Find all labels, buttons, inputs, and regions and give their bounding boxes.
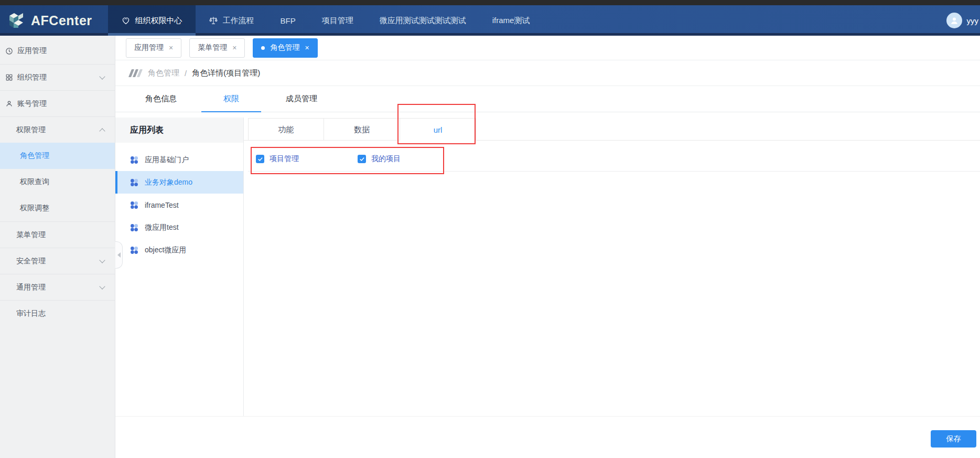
url-permission-row: 项目管理 我的项目 — [248, 147, 980, 172]
topnav-item-project-mgmt[interactable]: 项目管理 — [309, 5, 367, 36]
sidebar-label: 审计日志 — [16, 309, 46, 318]
open-tabs-bar: 应用管理 × 菜单管理 × 角色管理 × — [115, 36, 980, 60]
sidebar-item-menu-mgmt[interactable]: 菜单管理 — [0, 221, 115, 248]
brand-name: AFCenter — [31, 13, 92, 28]
sidebar-label: 权限查询 — [20, 177, 49, 187]
save-button[interactable]: 保存 — [931, 430, 976, 448]
topnav-item-iframe-test[interactable]: iframe测试 — [479, 5, 543, 36]
open-tab-label: 角色管理 — [270, 43, 299, 52]
sidebar-item-app-mgmt[interactable]: 应用管理 — [0, 38, 115, 64]
app-item-base-portal[interactable]: 应用基础门户 — [115, 148, 243, 171]
brand: AFCenter — [0, 5, 108, 36]
app-item-iframe-test[interactable]: iframeTest — [115, 194, 243, 216]
main-panel: 应用列表 应用基础门户 业务对象demo — [115, 118, 980, 416]
topnav-label: 组织权限中心 — [135, 16, 182, 26]
sidebar-label: 权限调整 — [20, 204, 49, 213]
collapse-left-icon — [117, 252, 121, 258]
breadcrumb: 角色管理 / 角色详情(项目管理) — [115, 60, 980, 86]
app-grid-icon — [130, 223, 138, 232]
topnav-label: 微应用测试测试测试测试 — [380, 16, 466, 26]
sidebar-label: 安全管理 — [16, 257, 46, 266]
tab-data-perm[interactable]: 数据 — [324, 118, 400, 141]
app-item-label: iframeTest — [145, 201, 179, 209]
checkbox-checked-icon[interactable] — [256, 155, 264, 163]
sidebar-item-general-mgmt[interactable]: 通用管理 — [0, 274, 115, 300]
close-icon[interactable]: × — [232, 44, 236, 52]
checkbox-label: 我的项目 — [371, 154, 401, 164]
app-item-object-microapp[interactable]: object微应用 — [115, 239, 243, 261]
sidebar-item-role-mgmt[interactable]: 角色管理 — [0, 143, 115, 169]
tab-role-info[interactable]: 角色信息 — [129, 86, 193, 112]
detail-tabs: 角色信息 权限 成员管理 — [115, 86, 980, 112]
clock-icon — [5, 47, 13, 55]
topnav-label: BFP — [281, 16, 296, 25]
active-dot-icon — [261, 46, 265, 50]
sidebar-label: 权限管理 — [16, 125, 46, 135]
app-grid-icon — [130, 246, 138, 254]
topnav-item-bfp[interactable]: BFP — [267, 5, 309, 36]
open-tab-app-mgmt[interactable]: 应用管理 × — [126, 38, 181, 58]
app-item-label: object微应用 — [145, 246, 186, 255]
app-item-label: 业务对象demo — [145, 178, 192, 187]
app-item-label: 微应用test — [145, 223, 179, 232]
scales-icon — [209, 16, 218, 25]
sidebar-label: 账号管理 — [17, 99, 47, 109]
tab-permissions[interactable]: 权限 — [199, 86, 263, 112]
sidebar-item-perm-query[interactable]: 权限查询 — [0, 169, 115, 195]
topnav-item-workflow[interactable]: 工作流程 — [196, 5, 267, 36]
content-area: 应用管理 × 菜单管理 × 角色管理 × 角色管理 / 角色详情(项目管理) 角… — [115, 36, 980, 458]
topnav-label: iframe测试 — [492, 16, 530, 26]
breadcrumb-current: 角色详情(项目管理) — [192, 68, 260, 78]
sidebar-collapse-handle[interactable] — [115, 241, 123, 269]
close-icon[interactable]: × — [305, 44, 309, 52]
app-item-microapp-test[interactable]: 微应用test — [115, 216, 243, 239]
open-tab-menu-mgmt[interactable]: 菜单管理 × — [189, 38, 245, 58]
sidebar-item-perm-adjust[interactable]: 权限调整 — [0, 195, 115, 221]
breadcrumb-bars-icon — [130, 69, 141, 77]
tab-url-perm[interactable]: url — [400, 118, 476, 141]
close-icon[interactable]: × — [169, 44, 173, 52]
app-list: 应用基础门户 业务对象demo iframeTest — [115, 143, 243, 261]
username: yyy — [967, 16, 979, 25]
org-icon — [5, 73, 13, 81]
sidebar-item-perm-mgmt[interactable]: 权限管理 — [0, 116, 115, 143]
chevron-down-icon — [99, 283, 105, 289]
checkbox-label: 项目管理 — [270, 154, 299, 164]
sidebar-label: 菜单管理 — [16, 230, 46, 240]
app-item-business-object-demo[interactable]: 业务对象demo — [115, 171, 243, 194]
window-top-strip — [0, 0, 980, 5]
topnav-items: 组织权限中心 工作流程 BFP 项目管理 微应用测试测试测试测试 iframe测… — [108, 5, 543, 36]
app-grid-icon — [130, 156, 138, 164]
heart-icon — [121, 16, 131, 25]
checkbox-checked-icon[interactable] — [358, 155, 366, 163]
open-tab-role-mgmt[interactable]: 角色管理 × — [253, 38, 317, 58]
open-tab-label: 菜单管理 — [198, 43, 227, 52]
app-list-title: 应用列表 — [115, 118, 243, 143]
topnav-item-microapp-test[interactable]: 微应用测试测试测试测试 — [367, 5, 479, 36]
sidebar-item-security-mgmt[interactable]: 安全管理 — [0, 248, 115, 274]
sidebar-label: 应用管理 — [17, 46, 47, 56]
breadcrumb-parent[interactable]: 角色管理 — [148, 68, 179, 78]
chevron-up-icon — [99, 128, 105, 134]
topnav-item-org-perm-center[interactable]: 组织权限中心 — [108, 5, 196, 36]
footer-bar: 保存 — [115, 416, 980, 458]
app-list-panel: 应用列表 应用基础门户 业务对象demo — [115, 118, 244, 416]
sidebar-label: 组织管理 — [17, 73, 47, 82]
open-tab-label: 应用管理 — [134, 43, 164, 52]
checkbox-item-my-projects[interactable]: 我的项目 — [358, 154, 459, 164]
app-item-label: 应用基础门户 — [145, 155, 189, 165]
afcenter-logo-icon — [7, 12, 25, 29]
sidebar-item-audit-log[interactable]: 审计日志 — [0, 300, 115, 326]
chevron-down-icon — [99, 73, 105, 79]
chevron-down-icon — [99, 257, 105, 263]
sidebar-label: 通用管理 — [16, 283, 46, 292]
sidebar-item-org-mgmt[interactable]: 组织管理 — [0, 64, 115, 90]
tab-member-mgmt[interactable]: 成员管理 — [270, 86, 333, 112]
permission-type-tabs: 功能 数据 url — [248, 118, 980, 141]
checkbox-item-project-mgmt[interactable]: 项目管理 — [256, 154, 358, 164]
user-menu[interactable]: yyy — [946, 5, 980, 36]
tab-function-perm[interactable]: 功能 — [248, 118, 324, 141]
sidebar-item-account-mgmt[interactable]: 账号管理 — [0, 90, 115, 116]
user-avatar-icon — [946, 13, 962, 28]
sidebar-label: 角色管理 — [20, 151, 49, 161]
